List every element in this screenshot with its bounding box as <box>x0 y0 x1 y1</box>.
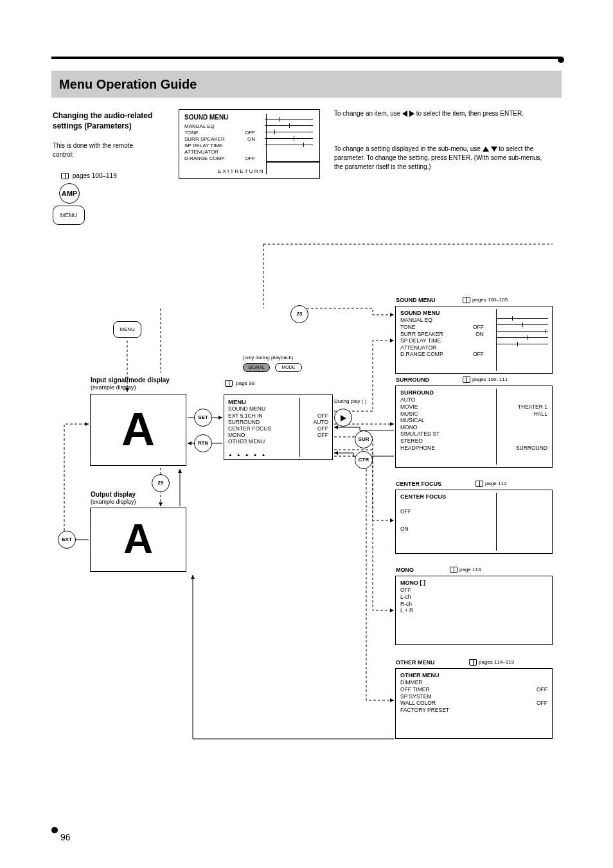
rv: HALL <box>534 411 547 418</box>
output-display-label: Output display <box>91 491 136 498</box>
r: L + R <box>400 607 413 614</box>
r: TONE <box>400 324 415 331</box>
rp5-panel: OTHER MENU DIMMER OFF TIMEROFF SP SYSTEM… <box>395 668 553 739</box>
book-icon <box>475 481 483 487</box>
book-ref-main: pages 100–119 <box>61 172 138 179</box>
r: AUTO <box>400 396 415 403</box>
rp3-label: CENTER FOCUS <box>396 481 441 487</box>
menu-button-icon: MENU <box>53 206 85 225</box>
rp3-div <box>496 493 497 551</box>
r: MANUAL EQ <box>400 317 432 324</box>
rp5-book-t: pages 114–119 <box>479 659 514 665</box>
rp3-book: page 112 <box>475 481 506 487</box>
r: L-ch <box>400 594 411 601</box>
mrow: SOUND MENU <box>228 405 265 412</box>
rv: ON <box>475 331 484 338</box>
r: SURR SPEAKER <box>400 331 443 338</box>
input-display-panel: A <box>90 394 186 466</box>
r: HEADPHONE <box>400 445 435 452</box>
book-icon <box>463 376 470 383</box>
book-icon <box>61 173 69 179</box>
rv: OFF <box>537 686 547 693</box>
panel-divider-h <box>267 161 319 163</box>
mrow: EXT 5.1CH IN <box>228 412 263 419</box>
cap-note: (only during playback) <box>243 355 293 360</box>
play-circle <box>334 409 352 427</box>
r: D.RANGE COMP <box>400 351 443 358</box>
io-toggle-circle: 29 <box>152 474 170 492</box>
panel-divider <box>266 114 267 174</box>
from-menu-circle: RTN <box>194 434 212 452</box>
instr1-a: To change an item, use <box>334 110 400 117</box>
rp1-panel: SOUND MENU MANUAL EQ TONEOFF SURR SPEAKE… <box>395 306 553 374</box>
r: ON <box>400 526 409 533</box>
row-val: OFF <box>245 130 255 136</box>
rp1-label: SOUND MENU <box>396 297 436 303</box>
r: MOVIE <box>400 403 418 411</box>
to-menu-circle: SET <box>194 409 212 427</box>
rp4-title: MONO [ ] <box>400 580 547 587</box>
rp3-book-t: page 112 <box>485 481 506 486</box>
menu-divider <box>299 398 300 457</box>
up-arrow-icon <box>483 146 489 152</box>
rp1-book-t: pages 100–105 <box>472 297 508 303</box>
example-sound-menu-panel: SOUND MENU MANUAL EQ TONEOFF SURR SPEAKE… <box>179 109 320 179</box>
rp4-book: page 113 <box>450 567 481 573</box>
output-display-note: (example display) <box>91 499 136 505</box>
flow-circle-top: 23 <box>290 305 308 323</box>
row: SP DELAY TIME <box>184 143 222 149</box>
r: FACTORY PRESET <box>400 707 449 714</box>
r: SP DELAY TIME <box>400 337 441 344</box>
r: DIMMER <box>400 679 422 686</box>
flowchart: MENU SIGNAL MODE (only during playback) … <box>51 231 574 829</box>
rp3-title: CENTER FOCUS <box>400 493 547 500</box>
rp2-book-t: pages 106–111 <box>472 376 508 382</box>
instr1-b: to select the item, then press ENTER. <box>416 110 524 117</box>
main-heading: Changing the audio-related settings (Par… <box>53 111 155 131</box>
rp5-book: pages 114–119 <box>469 659 514 666</box>
top-panel-sliders <box>265 116 313 148</box>
rv: SURROUND <box>516 445 547 452</box>
amp-button-icon: AMP <box>59 183 80 204</box>
big-a-output: A <box>91 508 186 570</box>
menu-rrect: MENU <box>113 321 141 338</box>
r: R-ch <box>400 601 412 608</box>
r: SP SYSTEM <box>400 693 432 700</box>
r: OFF <box>400 587 411 594</box>
input-display-note: (example display) <box>91 384 136 391</box>
page-number: 96 <box>60 832 71 842</box>
rv: THEATER 1 <box>518 403 547 411</box>
book-ref-text: pages 100–119 <box>73 172 117 179</box>
r: OFF TIMER <box>400 686 430 693</box>
row: TONE <box>184 130 199 136</box>
exit-return-icons: E X I T R E T U R N <box>218 169 263 174</box>
mrow: CENTER FOCUS <box>228 425 271 432</box>
during-play-label: During play ( ) <box>334 398 366 404</box>
rp1-sliders <box>497 315 548 348</box>
rv: OFF <box>537 700 547 707</box>
r: STEREO <box>400 438 423 445</box>
r: MUSICAL <box>400 417 425 424</box>
row-val: ON <box>247 136 255 143</box>
rp2-div <box>496 389 497 465</box>
book-icon <box>463 297 470 303</box>
ctr-circle: CTR <box>355 451 373 469</box>
instr2-a: To change a setting displayed in the sub… <box>334 145 481 152</box>
rp5-label: OTHER MENU <box>396 659 435 666</box>
left-arrow-icon <box>402 111 407 117</box>
corner-dot-top <box>558 57 564 63</box>
book-icon <box>450 567 458 573</box>
input-display-label: Input signal/mode display <box>91 376 170 384</box>
right-arrow-icon <box>409 111 414 117</box>
r: OFF <box>400 508 411 515</box>
signal-cap: SIGNAL <box>243 363 270 372</box>
section-title: Menu Operation Guide <box>59 77 197 92</box>
rp5-title: OTHER MENU <box>400 672 547 679</box>
exit-circle: EXT <box>58 531 76 549</box>
book-icon <box>469 659 477 666</box>
mrowv: OFF <box>317 425 328 432</box>
sur-circle: SUR <box>355 430 373 448</box>
mrowv: OFF <box>317 412 328 419</box>
r: MONO <box>400 424 417 431</box>
book-icon <box>225 380 233 387</box>
